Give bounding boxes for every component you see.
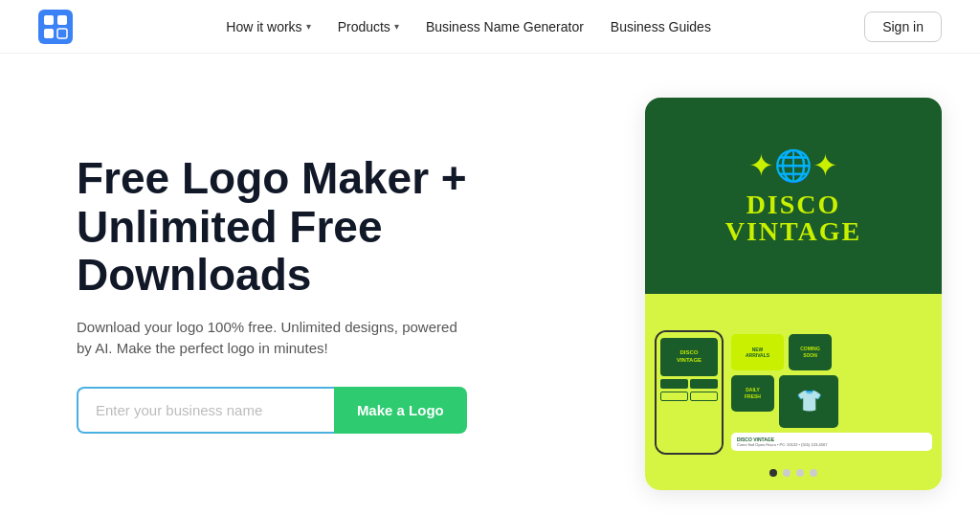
svg-rect-0 [38, 10, 73, 44]
hero-headline: Free Logo Maker + Unlimited Free Downloa… [77, 154, 467, 300]
logo[interactable] [38, 10, 73, 44]
business-name-input[interactable] [77, 387, 334, 434]
svg-rect-4 [57, 29, 67, 38]
carousel-dot-4[interactable] [810, 469, 817, 477]
brand-line2: VINTAGE [725, 216, 862, 246]
phone-mockup: DISCOVINTAGE [655, 330, 724, 455]
carousel-dot-2[interactable] [783, 469, 791, 477]
carousel-bottom: DISCOVINTAGE NEWARRIVALS [645, 294, 942, 490]
logo-icon [38, 10, 73, 44]
cta-row: Make a Logo [77, 387, 467, 434]
svg-rect-3 [44, 29, 54, 38]
nav-products[interactable]: Products ▾ [328, 13, 409, 40]
hero-subtext: Download your logo 100% free. Unlimited … [77, 317, 459, 360]
main-content: Free Logo Maker + Unlimited Free Downloa… [0, 54, 980, 515]
nav-right: Sign in [864, 11, 942, 42]
disco-icon: ✦🌐✦ [748, 147, 838, 184]
chevron-down-icon: ▾ [394, 21, 399, 32]
nav-business-name-generator[interactable]: Business Name Generator [416, 13, 593, 40]
make-logo-button[interactable]: Make a Logo [334, 387, 467, 434]
nav-business-name-generator-label: Business Name Generator [426, 19, 584, 34]
carousel-top: ✦🌐✦ DISCO VINTAGE [645, 98, 942, 294]
headline-line2: Unlimited Free [77, 202, 383, 252]
tshirt-icon: 👕 [796, 389, 822, 414]
phone-logo: DISCOVINTAGE [660, 338, 718, 376]
carousel-dot-3[interactable] [796, 469, 804, 477]
biz-card-address: Come find Open Hours • PC: 50122 • (555)… [737, 442, 926, 447]
phone-btn3 [660, 392, 688, 401]
carousel: ✦🌐✦ DISCO VINTAGE DISCOVINTAGE [645, 98, 942, 490]
carousel-dots [769, 469, 817, 477]
tshirt-card: 👕 [779, 375, 838, 428]
carousel-dot-1[interactable] [769, 469, 777, 477]
nav-business-guides[interactable]: Business Guides [601, 13, 721, 40]
nav-how-it-works[interactable]: How it works ▾ [216, 13, 320, 40]
phone-screen: DISCOVINTAGE [657, 332, 722, 453]
card-daily-fresh: DAILYFRESH [731, 375, 774, 412]
cards-grid: NEWARRIVALS COMINGSOON DAILYFRESH 👕 [731, 334, 932, 451]
svg-rect-2 [57, 15, 67, 25]
card-daily-fresh-text: DAILYFRESH [742, 384, 764, 402]
headline-line3: Downloads [77, 250, 311, 300]
cards-row1: NEWARRIVALS COMINGSOON [731, 334, 932, 370]
brand-name: DISCO VINTAGE [725, 191, 862, 245]
headline-line1: Free Logo Maker + [77, 153, 467, 203]
card-coming-soon: COMINGSOON [789, 334, 832, 370]
nav-links: How it works ▾ Products ▾ Business Name … [216, 13, 721, 40]
nav-how-it-works-label: How it works [226, 19, 301, 34]
card-new-arrivals-text: NEWARRIVALS [743, 344, 772, 361]
card-coming-soon-text: COMINGSOON [797, 343, 823, 361]
sign-in-button[interactable]: Sign in [864, 11, 942, 42]
phone-logo-text: DISCOVINTAGE [677, 349, 702, 363]
phone-btn4 [690, 392, 718, 401]
brand-line1: DISCO [746, 190, 841, 219]
svg-rect-1 [44, 15, 54, 25]
nav-products-label: Products [338, 19, 390, 34]
phone-btn1 [660, 379, 688, 389]
chevron-down-icon: ▾ [306, 21, 311, 32]
navbar: How it works ▾ Products ▾ Business Name … [0, 0, 980, 54]
phone-btn2 [690, 379, 718, 389]
hero-left: Free Logo Maker + Unlimited Free Downloa… [77, 154, 467, 434]
cards-row2: DAILYFRESH 👕 [731, 375, 932, 428]
business-card: DISCO VINTAGE Come find Open Hours • PC:… [731, 433, 932, 451]
cards-row3: DISCO VINTAGE Come find Open Hours • PC:… [731, 433, 932, 451]
nav-business-guides-label: Business Guides [611, 19, 711, 34]
card-new-arrivals: NEWARRIVALS [731, 334, 784, 370]
